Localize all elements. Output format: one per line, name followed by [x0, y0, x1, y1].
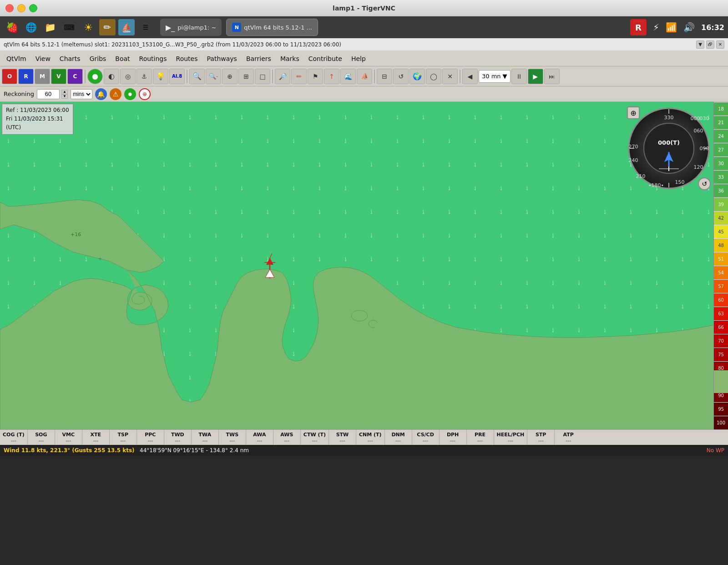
boat-button[interactable]: ⛵: [357, 69, 372, 84]
select-box-button[interactable]: □: [255, 69, 270, 84]
taskbar-browser[interactable]: 🌐: [23, 19, 39, 35]
reckoning-value-input[interactable]: [37, 89, 60, 99]
taskbar-terminal[interactable]: ▶_ pi@lamp1: ~: [160, 19, 222, 36]
zoom-in-button[interactable]: 🔍: [189, 69, 205, 84]
life-ring-icon[interactable]: ⊕: [139, 88, 151, 100]
warning-icon[interactable]: ⚠: [110, 88, 121, 100]
taskbar-files[interactable]: 📁: [42, 19, 58, 35]
svg-text:000: 000: [691, 116, 700, 121]
menu-contribute[interactable]: Contribute: [304, 53, 347, 64]
map-area[interactable]: ✓ +16 +: [0, 102, 728, 429]
overlay-m-button[interactable]: M: [35, 69, 50, 84]
svg-text:330: 330: [664, 115, 674, 121]
flag-button[interactable]: ⚑: [308, 69, 323, 84]
status-ctw: CTW (T) ---: [301, 430, 329, 445]
no-wp-label: No WP: [707, 447, 724, 454]
skipend-button[interactable]: ⏭: [544, 69, 560, 84]
menu-pathways[interactable]: Pathways: [202, 53, 242, 64]
scale-land-bottom: [713, 370, 728, 393]
menu-charts[interactable]: Charts: [55, 53, 85, 64]
taskbar-keyboard[interactable]: ⌨: [61, 19, 77, 35]
maximize-button[interactable]: [29, 4, 37, 12]
minimize-button[interactable]: [17, 4, 25, 12]
position-text: 44°18'59"N 09°16'15"E - 134.8° 2.4 nm: [140, 447, 249, 454]
window-controls: [5, 4, 37, 12]
svg-text:120: 120: [694, 164, 703, 170]
compass-target-icon[interactable]: ⊕: [627, 106, 640, 119]
compass-svg: 330 000 030 060 090 120 150 •180• 210 24…: [628, 107, 710, 189]
appinfo-dropdown[interactable]: ▼: [696, 40, 704, 49]
status-heel: HEEL/PCH ---: [494, 430, 528, 445]
arrow-up-button[interactable]: ↑: [324, 69, 339, 84]
zoom-out-button[interactable]: 🔍-: [206, 69, 221, 84]
halfcircle-button[interactable]: ◐: [104, 69, 119, 84]
svg-text:270: 270: [629, 144, 638, 150]
time-interval-value: 30 mn: [482, 73, 501, 80]
bulb-button[interactable]: 💡: [153, 69, 168, 84]
scale-27: 27: [714, 143, 728, 156]
scale-45: 45: [714, 225, 728, 238]
menu-view[interactable]: View: [31, 53, 55, 64]
bluetooth-icon: ⚡: [653, 22, 659, 33]
overlay-v-button[interactable]: V: [51, 69, 66, 84]
zoom-fit-button[interactable]: ⊕: [222, 69, 238, 84]
status-bar: COG (T) --- SOG --- VMC --- XTE --- TSP …: [0, 429, 728, 445]
appinfo-restore[interactable]: 🗗: [706, 40, 714, 49]
draw-button[interactable]: ✏: [291, 69, 307, 84]
menu-routes[interactable]: Routes: [172, 53, 202, 64]
scale-60: 60: [714, 293, 728, 307]
wifi-icon: 📶: [666, 22, 677, 33]
taskbar-pencil[interactable]: ✏: [99, 19, 116, 35]
taskbar-boat[interactable]: ⛵: [118, 19, 135, 35]
zoom-search-button[interactable]: ⊞: [238, 69, 254, 84]
timezone: (UTC): [6, 123, 69, 132]
status-cscd: CS/CD ---: [412, 430, 440, 445]
close-x-button[interactable]: ✕: [442, 69, 458, 84]
pause-button[interactable]: ⏸: [511, 69, 527, 84]
compass-rotate-icon[interactable]: ↺: [698, 177, 711, 190]
reckoning-up[interactable]: ▲: [61, 90, 68, 94]
overlay-c-button[interactable]: C: [67, 69, 83, 84]
play-button[interactable]: ▶: [528, 69, 543, 84]
r-icon[interactable]: R: [630, 19, 647, 35]
time-interval-select[interactable]: 30 mn ▼: [479, 70, 511, 83]
menu-marks[interactable]: Marks: [276, 53, 304, 64]
close-button[interactable]: [5, 4, 14, 12]
overlay-o-button[interactable]: O: [2, 69, 17, 84]
green-toggle-button[interactable]: ●: [87, 69, 103, 84]
map-canvas[interactable]: ✓ +16 +: [0, 102, 728, 429]
menu-barriers[interactable]: Barriers: [242, 53, 276, 64]
menu-qtvlm[interactable]: QtVlm: [2, 53, 31, 64]
anchor-button[interactable]: ⚓: [136, 69, 152, 84]
refresh-button[interactable]: ↺: [393, 69, 409, 84]
menu-help[interactable]: Help: [347, 53, 370, 64]
wave-button[interactable]: 🌊: [340, 69, 356, 84]
search-button[interactable]: 🔎: [275, 69, 290, 84]
wind-text: Wind 11.8 kts, 221.3° (Gusts 255 13.5 kt…: [4, 447, 135, 454]
reckoning-down[interactable]: ▼: [61, 94, 68, 99]
alarm-icon[interactable]: 🔔: [95, 88, 107, 100]
menu-boat[interactable]: Boat: [111, 53, 134, 64]
appinfo-close[interactable]: ✕: [716, 40, 724, 49]
prev-button[interactable]: ◀: [462, 69, 478, 84]
ai-button[interactable]: AI.8: [169, 69, 185, 84]
map-svg[interactable]: ✓ +16 +: [0, 102, 728, 429]
menu-bar: QtVlm View Charts Gribs Boat Routings Ro…: [0, 51, 728, 66]
menu-gribs[interactable]: Gribs: [85, 53, 111, 64]
overlay-r-button[interactable]: R: [18, 69, 34, 84]
active-icon[interactable]: ●: [124, 88, 136, 100]
circle-button[interactable]: ◯: [426, 69, 441, 84]
taskbar-qtlvm[interactable]: N qtVlm 64 bits 5.12-1 ...: [226, 19, 318, 36]
reckoning-unit-select[interactable]: mins: [71, 89, 92, 99]
menu-routings[interactable]: Routings: [135, 53, 172, 64]
target-button[interactable]: ◎: [120, 69, 136, 84]
globe-button[interactable]: 🌍: [410, 69, 425, 84]
svg-text:+: +: [98, 256, 102, 262]
taskbar-sun[interactable]: ☀: [80, 19, 96, 35]
layers-button[interactable]: ⊟: [377, 69, 392, 84]
status-aws: AWS ---: [273, 430, 301, 445]
toolbar-separator-3: [272, 70, 273, 83]
taskbar-raspberry[interactable]: 🍓: [4, 19, 20, 35]
reckoning-spinner[interactable]: ▲ ▼: [61, 90, 68, 99]
taskbar-menu[interactable]: ☰: [137, 19, 154, 35]
